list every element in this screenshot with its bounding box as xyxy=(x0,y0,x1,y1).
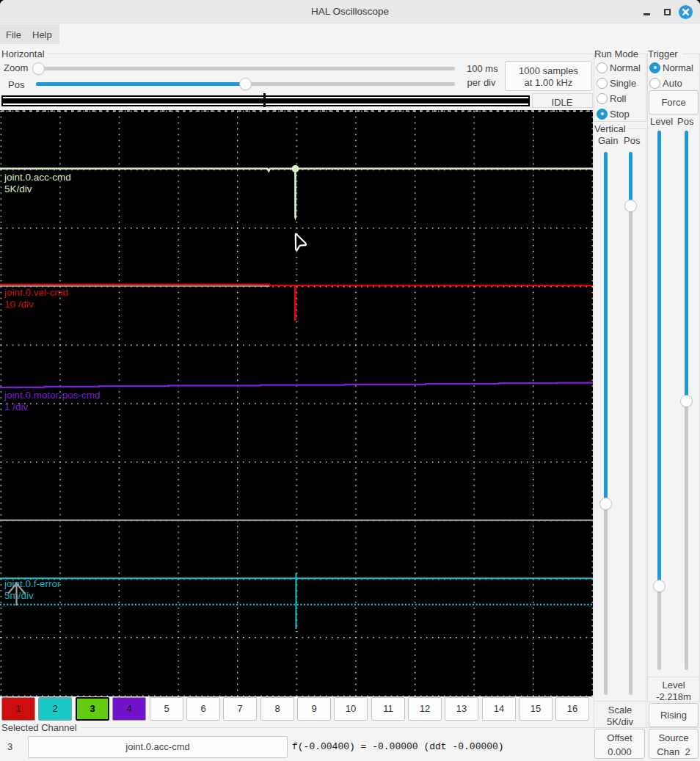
svg-text:joint.0.acc-cmd: joint.0.acc-cmd xyxy=(4,172,71,183)
svg-text:joint.0.vel-cmd: joint.0.vel-cmd xyxy=(4,287,68,298)
svg-text:10 /div: 10 /div xyxy=(4,299,34,310)
svg-text:5K/div: 5K/div xyxy=(4,183,32,194)
svg-text:joint.0.motor-pos-cmd: joint.0.motor-pos-cmd xyxy=(4,390,101,401)
svg-text:1 /div: 1 /div xyxy=(4,401,29,412)
